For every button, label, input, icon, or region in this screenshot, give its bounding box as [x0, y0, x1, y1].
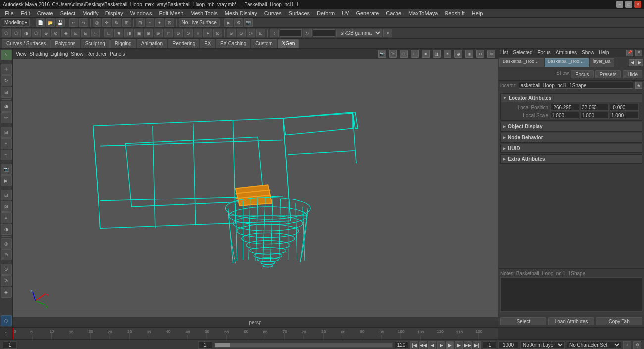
display-7[interactable]: ◻	[164, 29, 173, 37]
move-icon-2[interactable]: ↕	[270, 29, 279, 37]
ae-notes-textarea[interactable]	[500, 277, 642, 312]
ae-hide-btn[interactable]: Hide	[623, 70, 642, 78]
play-back-btn[interactable]: ▶	[437, 341, 445, 349]
tab-animation[interactable]: Animation	[137, 39, 167, 48]
ae-pin-icon[interactable]: 📌	[626, 50, 633, 56]
ae-scroll-content[interactable]: ▼ Locator Attributes Local Position -266…	[498, 90, 644, 268]
vp-shadow-icon[interactable]: ◕	[454, 50, 462, 58]
menu-create[interactable]: Create	[34, 10, 56, 17]
rotate-tool-icon[interactable]: ↻	[112, 18, 121, 27]
menu-help[interactable]: Help	[469, 10, 486, 17]
menu-windows[interactable]: Windows	[127, 10, 155, 17]
vp-menu-view[interactable]: View	[16, 51, 27, 57]
no-live-surface-btn[interactable]: No Live Surface	[179, 18, 220, 27]
vp-isolate-icon[interactable]: ⊛	[487, 50, 495, 58]
menu-uv[interactable]: UV	[339, 10, 352, 17]
translate-y-input[interactable]: 1.00	[313, 29, 335, 37]
tab-xgen[interactable]: XGen	[278, 39, 299, 48]
vp-hud-icon[interactable]: ⊙	[476, 50, 484, 58]
color-profile-icon[interactable]: ▾	[383, 29, 392, 37]
uv-lt[interactable]: ⊠	[1, 201, 12, 212]
save-file-icon[interactable]: 💾	[56, 18, 65, 27]
snap-curve-icon[interactable]: ~	[146, 18, 154, 27]
snap-4[interactable]: ⊡	[256, 29, 265, 37]
camera-icon[interactable]: 📷	[244, 18, 253, 27]
paint-skin-lt[interactable]: ⊙	[1, 264, 12, 275]
ae-section-header-obj-display[interactable]: ▶ Object Display	[501, 122, 642, 131]
viewport-3d-content[interactable]: x y z	[13, 59, 498, 317]
ae-tab-show[interactable]: Show	[582, 50, 594, 55]
modeling-tool-2[interactable]: ⬡	[12, 29, 21, 37]
render-icon[interactable]: ▶	[224, 18, 233, 27]
jump-start-btn[interactable]: |◀	[410, 341, 418, 349]
camera-lt[interactable]: 📷	[1, 164, 12, 175]
maximize-button[interactable]: □	[625, 1, 632, 8]
ae-tab-help[interactable]: Help	[599, 50, 609, 55]
display-9[interactable]: ⊙	[184, 29, 193, 37]
modeling-tool-6[interactable]: ⊙	[51, 29, 60, 37]
ae-copy-tab-btn[interactable]: Copy Tab	[596, 317, 642, 325]
jump-end-btn[interactable]: ▶|	[473, 341, 481, 349]
anim-layer-icon[interactable]: +	[623, 341, 631, 349]
new-file-icon[interactable]: 📄	[36, 18, 45, 27]
render-settings-icon[interactable]: ⚙	[234, 18, 243, 27]
wire-lt[interactable]: ⊛	[1, 249, 12, 260]
vp-menu-panels[interactable]: Panels	[110, 51, 125, 57]
ae-select-btn[interactable]: Select	[500, 317, 546, 325]
vp-camera-icon[interactable]: 📷	[378, 50, 386, 58]
step-forward-btn[interactable]: ▶	[455, 341, 463, 349]
snap-2[interactable]: ⊙	[237, 29, 246, 37]
vp-ao-icon[interactable]: ◉	[465, 50, 473, 58]
ae-section-header-node[interactable]: ▶ Node Behavior	[501, 133, 642, 142]
display-1[interactable]: □	[104, 29, 113, 37]
modeling-tool-5[interactable]: ⊛	[42, 29, 50, 37]
modeling-tool-8[interactable]: ⊡	[71, 29, 80, 37]
menu-redshift[interactable]: Redshift	[442, 10, 467, 17]
display-12[interactable]: ⊠	[213, 29, 222, 37]
menu-display[interactable]: Display	[102, 10, 126, 17]
component-lt[interactable]: ⊡	[1, 190, 12, 200]
vp-grid-icon[interactable]: ⊞	[400, 50, 408, 58]
paint-select-btn[interactable]: ✏	[1, 112, 12, 123]
ae-load-attributes-btn[interactable]: Load Attributes	[548, 317, 594, 325]
menu-file[interactable]: File	[2, 10, 17, 17]
move-btn[interactable]: ✛	[1, 64, 12, 75]
modeling-tool-7[interactable]: ◈	[61, 29, 70, 37]
ae-focus-btn[interactable]: Focus	[571, 70, 593, 78]
select-mode-btn[interactable]: ↖	[1, 50, 12, 60]
auto-key-icon[interactable]: ⚙	[633, 341, 641, 349]
menu-surfaces[interactable]: Surfaces	[286, 10, 313, 17]
menu-select[interactable]: Select	[57, 10, 79, 17]
vp-menu-shading[interactable]: Shading	[30, 51, 48, 57]
undo-icon[interactable]: ↩	[69, 18, 78, 27]
step-back-btn[interactable]: ◀	[428, 341, 436, 349]
modeling-tool-9[interactable]: ⊟	[81, 29, 90, 37]
display-8[interactable]: ⊘	[174, 29, 183, 37]
frame-end-input[interactable]	[395, 341, 408, 349]
menu-modify[interactable]: Modify	[79, 10, 101, 17]
snap-3[interactable]: ◎	[247, 29, 255, 37]
snap-grid-icon[interactable]: ⊞	[136, 18, 145, 27]
menu-curves[interactable]: Curves	[261, 10, 285, 17]
anim-layer-select[interactable]: No Anim Layer	[520, 341, 565, 349]
scale-btn[interactable]: ⊞	[1, 87, 12, 98]
tab-rigging[interactable]: Rigging	[110, 39, 136, 48]
char-set-select[interactable]: No Character Set	[567, 341, 621, 349]
ae-presets-btn[interactable]: Presets	[595, 70, 621, 78]
rotate-icon-2[interactable]: ↻	[303, 29, 312, 37]
modeling-tool-10[interactable]: ⋯	[91, 29, 100, 37]
vp-light-icon[interactable]: ☀	[444, 50, 451, 58]
display-5[interactable]: ⊞	[144, 29, 153, 37]
attrib-lt[interactable]: ≡	[1, 212, 12, 223]
display-3[interactable]: ◨	[124, 29, 133, 37]
range-start-input[interactable]	[483, 341, 496, 349]
ae-value-scale-y[interactable]: 1.000	[580, 112, 609, 119]
ae-value-pos-y[interactable]: 32.060	[580, 104, 609, 111]
module-selector[interactable]: Modeling▾	[2, 18, 30, 27]
tab-fx[interactable]: FX	[200, 39, 215, 48]
snap-curve-lt[interactable]: ~	[1, 150, 12, 160]
menu-generate[interactable]: Generate	[353, 10, 382, 17]
ae-section-header-uuid[interactable]: ▶ UUID	[501, 144, 642, 153]
tab-custom[interactable]: Custom	[251, 39, 277, 48]
open-file-icon[interactable]: 📂	[46, 18, 55, 27]
